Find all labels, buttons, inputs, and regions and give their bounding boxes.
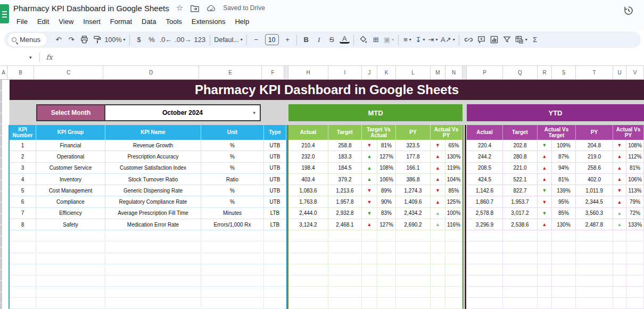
cell-mtd-target[interactable]: 1,957.8 (328, 196, 362, 207)
cell-percent[interactable]: 85% (445, 185, 463, 196)
empty-cell[interactable] (201, 241, 264, 253)
cell-mtd-actual[interactable]: 3,124.2 (288, 219, 328, 230)
cell-kpi-group[interactable]: Inventory (36, 174, 105, 185)
empty-cell[interactable] (36, 287, 105, 298)
cell-kpi-group[interactable]: Efficiency (36, 208, 105, 219)
empty-cell[interactable] (467, 253, 503, 264)
empty-cell[interactable] (445, 230, 463, 241)
empty-cell[interactable] (626, 287, 644, 298)
text-wrapping-icon[interactable]: ⇥▾ (428, 34, 438, 46)
cell-percent[interactable]: 116% (445, 219, 463, 230)
empty-cell[interactable] (288, 230, 328, 241)
cell-kpi-group[interactable]: Operational (36, 151, 105, 162)
cell-kpi-name[interactable]: Prescription Accuracy (105, 151, 201, 162)
empty-cell[interactable] (576, 287, 613, 298)
cell-ytd-py[interactable]: 3,560.3 (576, 208, 613, 219)
name-box-caret-icon[interactable]: ▾ (29, 55, 32, 60)
empty-cell[interactable] (201, 298, 264, 309)
cell-type[interactable]: UTB (264, 140, 286, 151)
cell-mtd-actual[interactable]: 1,763.8 (288, 196, 328, 207)
empty-cell[interactable] (445, 253, 463, 264)
empty-cell[interactable] (538, 253, 552, 264)
cell-percent[interactable]: 112% (626, 151, 644, 162)
empty-cell[interactable] (328, 264, 362, 275)
cell-mtd-actual[interactable]: 198.4 (288, 163, 328, 174)
cell-ytd-target[interactable]: 221.0 (503, 163, 538, 174)
empty-cell[interactable] (362, 298, 377, 309)
cell-mtd-target[interactable]: 2,468.1 (328, 219, 362, 230)
empty-cell[interactable] (36, 253, 105, 264)
insert-comment-icon[interactable] (476, 34, 486, 46)
empty-cell[interactable] (201, 230, 264, 241)
cell-percent[interactable]: 85% (552, 208, 576, 219)
menu-file[interactable]: File (12, 16, 32, 27)
empty-cell[interactable] (264, 253, 286, 264)
empty-cell[interactable] (328, 253, 362, 264)
empty-cell[interactable] (552, 275, 576, 287)
empty-cell[interactable] (36, 241, 105, 253)
empty-cell[interactable] (613, 275, 626, 287)
menu-extensions[interactable]: Extensions (187, 16, 230, 27)
cell-percent[interactable]: 65% (445, 140, 463, 151)
font-family[interactable]: Defaul...▾ (214, 34, 243, 46)
cell-ytd-py[interactable]: 402.0 (576, 174, 613, 185)
empty-cell[interactable] (552, 241, 576, 253)
cell-ytd-py[interactable]: 1,011.9 (576, 185, 613, 196)
cell-ytd-actual[interactable]: 1,860.7 (467, 196, 503, 207)
trend-arrow-icon[interactable]: ▼ (431, 185, 445, 196)
cell-percent[interactable]: 90% (377, 196, 396, 207)
cell-ytd-py[interactable]: 2,487.8 (576, 219, 613, 230)
cell-ytd-py[interactable]: 204.8 (576, 140, 613, 151)
cell-percent[interactable]: 108% (626, 140, 644, 151)
trend-arrow-icon[interactable]: ▼ (362, 196, 377, 207)
empty-cell[interactable] (467, 275, 503, 287)
more-formats-icon[interactable]: 123 (194, 34, 205, 46)
cell-percent[interactable]: 89% (377, 185, 396, 196)
column-header-f[interactable]: F (262, 66, 284, 79)
empty-cell[interactable] (467, 230, 503, 241)
empty-cell[interactable] (362, 253, 377, 264)
empty-cell[interactable] (613, 253, 626, 264)
cell-type[interactable]: LTB (264, 219, 286, 230)
column-header-n[interactable]: N (445, 66, 463, 79)
cell-percent[interactable]: 119% (445, 163, 463, 174)
empty-cell[interactable] (377, 253, 396, 264)
empty-cell[interactable] (613, 230, 626, 241)
undo-icon[interactable]: ↶ (54, 34, 64, 46)
empty-cell[interactable] (288, 241, 328, 253)
cell-percent[interactable]: 127% (377, 219, 396, 230)
cell-ytd-actual[interactable]: 244.2 (467, 151, 503, 162)
column-header-c[interactable]: C (34, 66, 103, 79)
trend-arrow-icon[interactable]: ▲ (431, 174, 445, 185)
trend-arrow-icon[interactable]: ▼ (538, 208, 552, 219)
cell-ytd-py[interactable]: 219.0 (576, 151, 613, 162)
column-header-t[interactable]: T (576, 66, 613, 79)
cell-mtd-target[interactable]: 2,932.8 (328, 208, 362, 219)
cell-mtd-target[interactable]: 1,213.6 (328, 185, 362, 196)
trend-arrow-icon[interactable]: ▲ (613, 208, 626, 219)
cell-percent[interactable]: 104% (445, 174, 463, 185)
document-title[interactable]: Pharmacy KPI Dashboard in Google Sheets (13, 4, 169, 13)
empty-cell[interactable] (201, 275, 264, 287)
column-header-v[interactable]: V (626, 66, 644, 79)
redo-icon[interactable]: ↷ (67, 34, 77, 46)
cell-kpi-group[interactable]: Compliance (36, 196, 105, 207)
cell-mtd-py[interactable]: 2,690.2 (396, 219, 431, 230)
empty-cell[interactable] (467, 298, 503, 309)
cell-kpi-number[interactable]: 1 (10, 140, 36, 151)
cell-type[interactable]: LTB (264, 208, 286, 219)
month-dropdown[interactable]: October 2024 ▾ (105, 105, 260, 120)
italic-icon[interactable]: I (314, 34, 324, 46)
trend-arrow-icon[interactable]: ▲ (431, 151, 445, 162)
empty-cell[interactable] (626, 230, 644, 241)
cell-type[interactable]: UTB (264, 163, 286, 174)
trend-arrow-icon[interactable]: ▲ (538, 219, 552, 230)
trend-arrow-icon[interactable]: ▲ (362, 163, 377, 174)
empty-cell[interactable] (362, 241, 377, 253)
cell-mtd-target[interactable]: 184.5 (328, 163, 362, 174)
cell-percent[interactable]: 83% (377, 208, 396, 219)
empty-cell[interactable] (431, 287, 445, 298)
cell-kpi-name[interactable]: Average Prescription Fill Time (105, 208, 201, 219)
cell-kpi-number[interactable]: 8 (10, 219, 36, 230)
empty-cell[interactable] (36, 230, 105, 241)
